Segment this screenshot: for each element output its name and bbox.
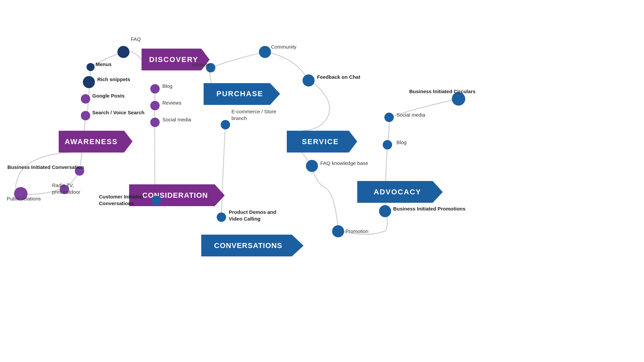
ecommerce-label2: branch [231, 115, 247, 121]
svg-text:DISCOVERY: DISCOVERY [149, 55, 199, 64]
feedback-chat-label: Feedback on Chat [317, 74, 360, 80]
customer-init-dot [152, 196, 161, 205]
promotion-dot [332, 225, 344, 237]
feedback-chat-dot [303, 74, 315, 86]
biz-init-prom-dot [379, 205, 391, 217]
promotion-label: Promotion [345, 228, 368, 234]
biz-init-circ-dot [452, 92, 465, 106]
faq-dot [117, 46, 129, 58]
social-media-disc-dot [150, 118, 160, 127]
rich-snippets-label: Rich snippets [97, 76, 130, 82]
blog-adv-dot [383, 140, 392, 149]
search-voice-label: Search / Voice Search [92, 110, 145, 115]
blog-disc-label: Blog [162, 83, 172, 89]
public-relations-label: Public relations [7, 196, 41, 201]
product-demos-dot [217, 213, 226, 222]
google-posts-label: Google Posts [92, 93, 125, 99]
rich-snippets-dot [83, 76, 95, 88]
biz-init-conv-label: Business Initiated Conversation [7, 164, 84, 170]
advocacy-arrow: ADVOCACY [357, 181, 443, 203]
awareness-arrow: AWARENESS [59, 131, 132, 153]
customer-init-label: Customer Initiated [99, 194, 143, 199]
product-demos-label: Product Demos and [229, 209, 276, 215]
faq-label: FAQ [131, 36, 141, 42]
ecommerce-dot [221, 120, 230, 129]
svg-rect-0 [0, 0, 644, 362]
biz-init-prom-label: Business Initiated Promotions [393, 206, 466, 212]
radio-tv-label: Radio TV, [52, 182, 74, 188]
blog-adv-label: Blog [396, 139, 407, 145]
website-label: Website [192, 62, 210, 67]
community-label: Community [271, 44, 297, 50]
search-voice-dot [81, 111, 90, 120]
ecommerce-label: E-commerce / Store [231, 109, 276, 114]
faq-knowledge-dot [306, 160, 318, 172]
social-media-adv-dot [384, 113, 394, 122]
service-arrow: SERVICE [287, 131, 357, 153]
faq-knowledge-label: FAQ knowledge base [320, 160, 368, 166]
svg-text:CONVERSATIONS: CONVERSATIONS [214, 241, 282, 250]
consideration-arrow: CONSIDERATION [129, 184, 225, 206]
svg-text:SERVICE: SERVICE [302, 137, 339, 146]
social-media-disc-label: Social media [162, 117, 192, 122]
reviews-dot [150, 101, 160, 110]
purchase-arrow: PURCHASE [204, 83, 280, 105]
radio-tv-label2: print outdoor [52, 189, 80, 195]
blog-discovery-dot [150, 84, 160, 94]
product-demos-label2: Video Calling [229, 216, 261, 222]
menus-dot [87, 63, 95, 71]
community-dot [259, 46, 271, 58]
svg-text:CONSIDERATION: CONSIDERATION [142, 191, 208, 199]
menus-label: Menus [96, 61, 112, 67]
customer-init-label2: Conversations [99, 200, 134, 206]
svg-text:AWARENESS: AWARENESS [65, 137, 118, 146]
social-media-adv-label: Social media [396, 112, 426, 118]
svg-text:ADVOCACY: ADVOCACY [374, 188, 421, 196]
reviews-label: Reviews [162, 100, 181, 106]
conversations-arrow: CONVERSATIONS [201, 235, 304, 256]
svg-text:PURCHASE: PURCHASE [216, 89, 263, 98]
biz-init-circ-label: Business Initiated Circulars [409, 88, 476, 94]
google-posts-dot [81, 94, 90, 104]
